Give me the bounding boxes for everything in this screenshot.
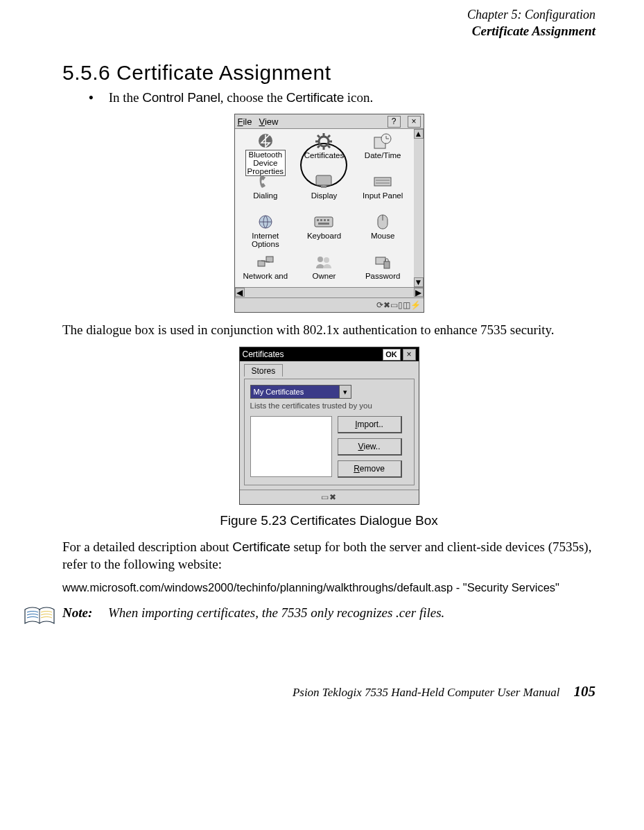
tab-strip: Stores (240, 361, 419, 379)
ok-button[interactable]: OK (383, 349, 401, 361)
keyboard-icon (313, 212, 334, 232)
password-icon (372, 252, 393, 272)
svg-line-6 (317, 135, 320, 137)
svg-point-30 (317, 257, 323, 262)
display-icon (313, 172, 334, 191)
cp-label: InternetOptions (252, 232, 279, 248)
vertical-scrollbar[interactable]: ▲ ▼ (414, 129, 424, 287)
cp-item-network[interactable]: Network and (236, 252, 295, 290)
footer-page-number: 105 (574, 683, 596, 700)
note-text: When importing certificates, the 7535 on… (108, 605, 444, 620)
control-panel-window: File View ? × BluetoothDeviceProperties (234, 114, 424, 313)
reference-url: www.microsoft.com/windows2000/techinfo/p… (62, 581, 595, 594)
cp-item-internet[interactable]: InternetOptions (236, 212, 295, 250)
certificates-dialog: Certificates OK × Stores My Certificates… (239, 347, 419, 505)
cp-label: Dialing (253, 191, 277, 200)
cp-item-datetime[interactable]: Date/Time (354, 132, 412, 169)
svg-point-1 (319, 137, 329, 146)
cp-label: Display (311, 191, 338, 200)
body-paragraph-1: The dialogue box is used in conjunction … (62, 321, 595, 338)
scroll-right-icon[interactable]: ▶ (414, 288, 424, 297)
store-description: Lists the certificates trusted by you (250, 401, 408, 410)
system-tray: ⟳✖▭▯◫⚡ (235, 297, 424, 312)
instruction-bullet: • In the Control Panel, choose the Certi… (89, 90, 595, 105)
gear-icon (313, 132, 334, 151)
cp-item-inputpanel[interactable]: Input Panel (354, 172, 412, 209)
header-section: Certificate Assignment (62, 23, 595, 40)
svg-rect-14 (316, 175, 331, 185)
menubar: File View ? × (235, 114, 424, 129)
network-icon (255, 252, 276, 272)
cp-label: Network and (243, 272, 288, 280)
cp-item-bluetooth[interactable]: BluetoothDeviceProperties (236, 132, 295, 169)
footer-manual-title: Psion Teklogix 7535 Hand-Held Computer U… (293, 686, 560, 700)
cp-label: Owner (313, 272, 336, 280)
svg-rect-22 (320, 219, 322, 221)
svg-line-8 (328, 135, 330, 137)
cp-label: Date/Time (365, 151, 401, 159)
mouse-icon (372, 212, 393, 232)
horizontal-scrollbar[interactable]: ◀ ▶ (235, 287, 424, 297)
svg-rect-28 (266, 257, 273, 262)
menu-file[interactable]: File (238, 116, 252, 127)
note-block: Note: When importing certificates, the 7… (24, 605, 595, 628)
store-combobox[interactable]: My Certificates ▾ (250, 385, 351, 399)
scroll-down-icon[interactable]: ▼ (414, 277, 424, 287)
svg-line-9 (317, 146, 320, 148)
svg-rect-33 (384, 261, 390, 268)
svg-rect-15 (321, 186, 327, 188)
help-button[interactable]: ? (388, 116, 401, 128)
dialog-title-text: Certificates (243, 349, 284, 359)
scroll-left-icon[interactable]: ◀ (235, 288, 245, 297)
tray-glyphs: ⟳✖▭▯◫⚡ (376, 300, 421, 310)
svg-line-7 (328, 146, 330, 148)
certificate-listbox[interactable] (250, 416, 332, 477)
cp-item-mouse[interactable]: Mouse (354, 212, 412, 250)
cp-label: Input Panel (363, 191, 403, 200)
cp-item-owner[interactable]: Owner (295, 252, 354, 290)
combobox-value: My Certificates (254, 388, 304, 396)
tab-stores[interactable]: Stores (244, 364, 284, 377)
svg-rect-16 (374, 178, 391, 186)
dialog-statusbar: ▭✖ (240, 490, 419, 504)
note-book-icon (24, 605, 55, 628)
close-button[interactable]: × (403, 349, 416, 361)
dialog-titlebar: Certificates OK × (240, 347, 419, 361)
menu-view[interactable]: View (259, 116, 278, 127)
scroll-up-icon[interactable]: ▲ (414, 129, 424, 139)
remove-button[interactable]: Remove (338, 460, 402, 478)
view-button[interactable]: View.. (338, 438, 402, 456)
body-paragraph-2: For a detailed description about Certifi… (62, 538, 595, 573)
cp-item-keyboard[interactable]: Keyboard (295, 212, 354, 250)
svg-rect-23 (324, 219, 326, 221)
svg-point-31 (324, 257, 329, 263)
globe-icon (255, 212, 276, 232)
bluetooth-icon (255, 132, 276, 150)
cp-item-display[interactable]: Display (295, 172, 354, 209)
cp-item-dialing[interactable]: Dialing (236, 172, 295, 209)
svg-rect-21 (317, 219, 319, 221)
svg-rect-24 (327, 219, 329, 221)
phone-icon (255, 172, 276, 191)
note-label: Note: (62, 605, 105, 620)
svg-rect-20 (315, 217, 333, 227)
svg-rect-25 (318, 223, 329, 225)
cp-label: Certificates (304, 151, 345, 159)
page-header: Chapter 5: Configuration Certificate Ass… (62, 7, 595, 39)
stores-panel: My Certificates ▾ Lists the certificates… (244, 379, 415, 485)
cp-item-certificates[interactable]: Certificates (295, 132, 354, 169)
cp-label: Keyboard (307, 232, 341, 240)
close-button[interactable]: × (408, 116, 421, 128)
cp-label: Password (365, 272, 401, 280)
import-button[interactable]: Import.. (338, 416, 402, 433)
owner-icon (313, 252, 334, 272)
control-panel-icon-grid: BluetoothDeviceProperties Certificates D… (235, 129, 414, 290)
chevron-down-icon[interactable]: ▾ (339, 386, 351, 398)
cp-item-password[interactable]: Password (354, 252, 412, 290)
figure-caption: Figure 5.23 Certificates Dialogue Box (62, 513, 595, 528)
input-panel-icon (372, 172, 393, 191)
page-footer: Psion Teklogix 7535 Hand-Held Computer U… (62, 683, 595, 700)
header-chapter: Chapter 5: Configuration (62, 7, 595, 23)
section-heading: 5.5.6 Certificate Assignment (62, 61, 595, 85)
bullet-marker: • (89, 90, 94, 105)
